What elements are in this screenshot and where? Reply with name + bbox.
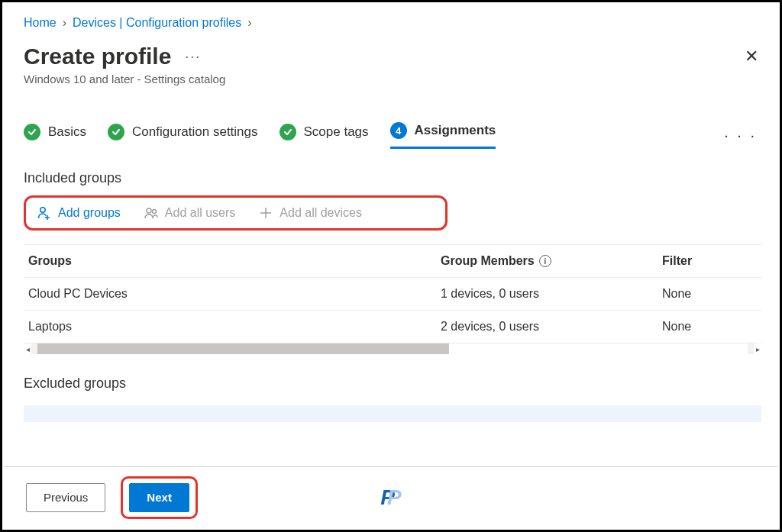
breadcrumb: Home › Devices | Configuration profiles …	[24, 16, 761, 30]
step-configuration-settings[interactable]: Configuration settings	[108, 124, 257, 148]
scrollbar-thumb[interactable]	[37, 343, 449, 354]
step-label: Assignments	[415, 123, 496, 138]
included-groups-toolbar: Add groups Add all users Add all devices	[24, 195, 448, 231]
excluded-groups-info-bar	[24, 405, 761, 422]
cell-group-name: Cloud PC Devices	[28, 287, 441, 301]
person-add-icon	[37, 205, 52, 221]
breadcrumb-home[interactable]: Home	[24, 16, 57, 30]
step-label: Configuration settings	[132, 124, 257, 140]
table-row[interactable]: Laptops 2 devices, 0 users None	[24, 311, 761, 343]
chevron-right-icon: ›	[247, 16, 251, 30]
chevron-right-icon: ›	[63, 16, 66, 30]
step-basics[interactable]: Basics	[24, 124, 86, 148]
check-icon	[24, 124, 40, 140]
stepper-more-button[interactable]: · · ·	[719, 124, 761, 147]
excluded-groups-heading: Excluded groups	[24, 376, 761, 392]
step-scope-tags[interactable]: Scope tags	[280, 124, 369, 148]
button-label: Add all users	[165, 206, 236, 220]
stepper: Basics Configuration settings Scope tags…	[24, 122, 761, 149]
close-icon[interactable]: ✕	[742, 44, 761, 69]
check-icon	[280, 124, 296, 140]
included-groups-heading: Included groups	[24, 170, 761, 186]
info-icon[interactable]: i	[539, 255, 551, 267]
cell-filter: None	[662, 320, 757, 334]
step-assignments[interactable]: 4 Assignments	[390, 122, 496, 149]
horizontal-scrollbar[interactable]: ◂ ▸	[24, 343, 761, 354]
plus-icon	[258, 205, 273, 221]
page-title: Create profile	[24, 44, 171, 69]
svg-point-0	[40, 208, 45, 212]
check-icon	[108, 124, 124, 140]
people-icon	[144, 205, 159, 221]
included-groups-table: Groups Group Members i Filter Cloud PC D…	[24, 244, 761, 354]
column-header-filter[interactable]: Filter	[662, 254, 757, 268]
next-button-highlight: Next	[121, 476, 198, 519]
table-header: Groups Group Members i Filter	[24, 244, 761, 278]
previous-button[interactable]: Previous	[26, 483, 105, 512]
cell-filter: None	[662, 287, 757, 301]
scroll-right-arrow-icon[interactable]: ▸	[754, 345, 761, 353]
button-label: Add groups	[58, 206, 121, 220]
watermark-logo: PP	[380, 485, 401, 510]
step-label: Scope tags	[304, 124, 369, 140]
add-groups-button[interactable]: Add groups	[37, 205, 121, 221]
table-row[interactable]: Cloud PC Devices 1 devices, 0 users None	[24, 278, 761, 311]
step-label: Basics	[48, 124, 86, 140]
add-all-users-button[interactable]: Add all users	[144, 205, 236, 221]
svg-point-2	[152, 210, 156, 214]
breadcrumb-devices[interactable]: Devices | Configuration profiles	[73, 16, 241, 30]
next-button[interactable]: Next	[129, 483, 189, 512]
column-header-groups[interactable]: Groups	[28, 254, 441, 268]
cell-members: 1 devices, 0 users	[441, 287, 662, 301]
column-header-members[interactable]: Group Members i	[441, 254, 662, 268]
page-subtitle: Windows 10 and later - Settings catalog	[24, 73, 225, 85]
svg-point-1	[147, 208, 151, 213]
button-label: Add all devices	[280, 206, 362, 220]
step-number-badge: 4	[390, 122, 407, 139]
cell-group-name: Laptops	[28, 320, 441, 334]
scroll-left-arrow-icon[interactable]: ◂	[24, 345, 31, 353]
cell-members: 2 devices, 0 users	[441, 320, 662, 334]
add-all-devices-button[interactable]: Add all devices	[258, 205, 362, 221]
more-actions-button[interactable]: ···	[185, 49, 201, 65]
wizard-footer: Previous Next PP	[5, 466, 777, 527]
